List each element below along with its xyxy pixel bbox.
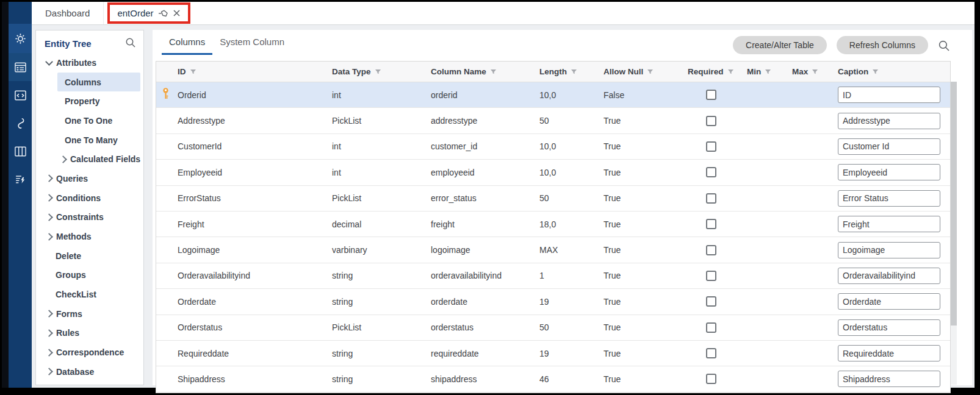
refresh-columns-button[interactable]: Refresh Columns	[837, 36, 928, 54]
required-checkbox[interactable]	[706, 348, 716, 358]
caption-input[interactable]	[838, 319, 940, 336]
table-row[interactable]: Orderid int orderid 10,0 False	[156, 82, 950, 108]
table-row[interactable]: CustomerId int customer_id 10,0 True	[156, 134, 950, 160]
entity-tree-header: Entity Tree	[36, 30, 143, 53]
required-checkbox[interactable]	[706, 374, 716, 384]
filter-icon[interactable]	[190, 69, 196, 75]
table-row[interactable]: Employeeid int employeeid 10,0 True	[156, 160, 950, 185]
filter-icon[interactable]	[571, 69, 577, 75]
column-header-data-type[interactable]: Data Type	[323, 67, 425, 76]
filter-icon[interactable]	[765, 69, 771, 75]
window-edge	[2, 2, 9, 388]
required-checkbox[interactable]	[706, 116, 716, 126]
caption-input[interactable]	[838, 345, 940, 361]
tree-item-one-to-many[interactable]: One To Many	[36, 130, 143, 150]
chevron-right-icon	[45, 329, 53, 337]
vertical-scrollbar[interactable]	[951, 82, 957, 385]
tree-item-delete[interactable]: Delete	[36, 246, 143, 266]
caption-input[interactable]	[838, 190, 940, 207]
table-row[interactable]: Addresstype PickList addresstype 50 True	[156, 108, 950, 133]
sidebar-item-actions[interactable]	[9, 165, 32, 193]
required-checkbox[interactable]	[706, 245, 716, 255]
required-checkbox[interactable]	[706, 271, 716, 281]
tab-columns[interactable]: Columns	[162, 30, 212, 55]
column-header-id[interactable]: ID	[156, 67, 323, 76]
filter-icon[interactable]	[375, 69, 381, 75]
tree-item-calculated-fields[interactable]: Calculated Fields	[36, 149, 143, 169]
table-row[interactable]: Logoimage varbinary logoimage MAX True	[156, 237, 950, 263]
tree-item-conditions[interactable]: Conditions	[36, 188, 143, 208]
required-checkbox[interactable]	[706, 296, 716, 307]
tree-item-forms[interactable]: Forms	[36, 304, 143, 324]
tree-item-methods[interactable]: Methods	[36, 227, 143, 246]
required-checkbox[interactable]	[706, 219, 716, 229]
tab-dashboard[interactable]: Dashboard	[32, 2, 104, 24]
table-row[interactable]: Orderdate string orderdate 19 True	[156, 289, 950, 315]
tree-search-icon[interactable]	[125, 37, 136, 51]
caption-input[interactable]	[838, 371, 940, 387]
column-header-max[interactable]: Max	[786, 67, 832, 76]
caption-input[interactable]	[838, 138, 940, 155]
create-alter-table-button[interactable]: Create/Alter Table	[733, 36, 827, 54]
chevron-down-icon	[45, 58, 53, 66]
caption-input[interactable]	[838, 216, 940, 232]
caption-input[interactable]	[838, 87, 940, 103]
column-header-required[interactable]: Required	[681, 67, 741, 76]
tree-item-one-to-one[interactable]: One To One	[36, 111, 143, 130]
table-row[interactable]: ErrorStatus PickList error_status 50 Tru…	[156, 186, 950, 212]
sidebar-item-entities[interactable]	[9, 53, 32, 81]
sidebar-item-columns-layout[interactable]	[9, 137, 32, 165]
tab-entorder[interactable]: entOrder	[110, 5, 187, 21]
tree-item-rules[interactable]: Rules	[36, 324, 143, 343]
panel-actions: Create/Alter Table Refresh Columns	[733, 30, 972, 54]
pin-icon[interactable]	[158, 9, 168, 18]
scrollbar-thumb[interactable]	[951, 82, 957, 326]
tab-bar: Dashboard entOrder	[32, 2, 975, 25]
tree-item-correspondence[interactable]: Correspondence	[36, 343, 143, 362]
tree-item-checklist[interactable]: CheckList	[36, 285, 143, 304]
filter-icon[interactable]	[872, 69, 879, 75]
tab-system-column[interactable]: System Column	[212, 30, 292, 55]
column-header-min[interactable]: Min	[741, 67, 786, 76]
table-row[interactable]: Shipaddress string shipaddress 46 True	[156, 366, 950, 392]
column-header-allow-null[interactable]: Allow Null	[597, 67, 681, 76]
sidebar-item-settings[interactable]	[9, 24, 32, 53]
caption-input[interactable]	[838, 268, 940, 284]
tree-item-constraints[interactable]: Constraints	[36, 208, 143, 227]
caption-input[interactable]	[838, 113, 940, 129]
tree-item-columns[interactable]: Columns	[57, 73, 140, 92]
filter-icon[interactable]	[812, 69, 818, 75]
gear-icon	[13, 32, 27, 46]
sidebar-item-hook[interactable]	[9, 109, 32, 137]
sidebar-item-code[interactable]	[9, 81, 32, 109]
table-row[interactable]: Orderstatus PickList orderstatus 50 True	[156, 315, 950, 341]
tree-item-property[interactable]: Property	[36, 91, 143, 111]
table-row[interactable]: Freight decimal freight 18,0 True	[156, 212, 950, 237]
search-icon[interactable]	[938, 40, 950, 52]
caption-input[interactable]	[838, 164, 940, 180]
column-header-column-name[interactable]: Column Name	[425, 67, 533, 76]
chevron-right-icon	[45, 310, 53, 318]
required-checkbox[interactable]	[706, 167, 716, 177]
entity-form-icon	[13, 60, 27, 74]
required-checkbox[interactable]	[706, 141, 716, 152]
close-icon[interactable]	[173, 9, 181, 17]
filter-icon[interactable]	[727, 69, 734, 75]
table-row[interactable]: Orderavailabilityind string orderavailab…	[156, 263, 950, 289]
caption-input[interactable]	[838, 293, 940, 310]
tree-item-database[interactable]: Database	[36, 362, 143, 382]
table-row[interactable]: Requireddate string requireddate 19 True	[156, 341, 950, 366]
annotation-red-box: entOrder	[107, 2, 190, 24]
column-header-caption[interactable]: Caption	[832, 67, 950, 76]
caption-input[interactable]	[838, 242, 940, 258]
tree-item-attributes[interactable]: Attributes	[36, 53, 143, 73]
filter-icon[interactable]	[490, 69, 497, 75]
required-checkbox[interactable]	[706, 322, 716, 333]
filter-icon[interactable]	[647, 69, 654, 75]
tree-item-groups[interactable]: Groups	[36, 266, 143, 285]
required-checkbox[interactable]	[706, 193, 716, 204]
tab-dashboard-label: Dashboard	[45, 8, 90, 18]
column-header-length[interactable]: Length	[533, 67, 597, 76]
required-checkbox[interactable]	[706, 90, 716, 100]
tree-item-queries[interactable]: Queries	[36, 169, 143, 188]
